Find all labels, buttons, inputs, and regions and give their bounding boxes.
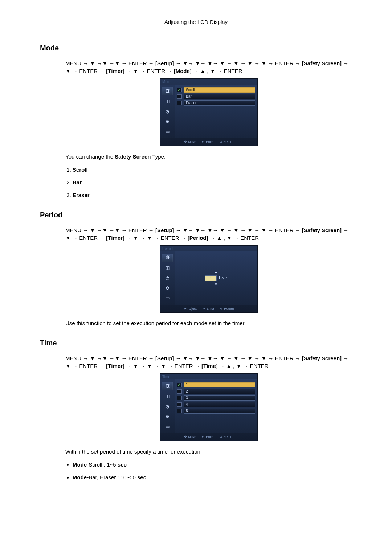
sidebar-icon-gear[interactable]: ⚙ (162, 117, 173, 126)
period-spinner[interactable]: 1 Hour (205, 275, 227, 281)
period-heading: Period (40, 210, 352, 220)
osd-body: 🖼 ◫ ◔ ⚙ ▭ Scroll Bar (160, 85, 257, 138)
mode-heading: Mode (40, 43, 352, 53)
footer-label: Move (188, 140, 196, 144)
text-bold: sec (137, 474, 146, 480)
mode-osd: Mode 🖼 ◫ ◔ ⚙ ▭ Scroll Bar (160, 78, 258, 146)
osd-sidebar: 🖼 ◫ ◔ ⚙ ▭ (160, 379, 175, 433)
move-icon: ✥ (184, 140, 187, 144)
osd-sidebar: 🖼 ◫ ◔ ⚙ ▭ (160, 251, 175, 305)
time-option-5[interactable]: 5 (177, 409, 255, 414)
nav-text: → ▼→ ▼→ ▼→ ▼ → ▼ → ▼ → ▼ → ENTER → (174, 60, 302, 66)
osd-title: Mode (160, 79, 257, 85)
arrow-up-icon[interactable]: ▲ (214, 270, 218, 274)
period-osd: Period 🖼 ◫ ◔ ⚙ ▭ ▲ 1 Hour ▼ (160, 245, 258, 313)
footer-enter: ↵Enter (202, 140, 214, 144)
osd-title: Time (160, 374, 257, 379)
list-label: Bar (73, 179, 82, 185)
option-label: Bar (184, 94, 255, 99)
time-option-1[interactable]: 1 (177, 382, 255, 387)
nav-text: → ▼ → ▼ → ENTER → (124, 235, 188, 241)
footer-move: ✥Move (184, 140, 196, 144)
sidebar-icon-display[interactable]: ▭ (162, 422, 173, 431)
nav-text: → ▼ → ENTER → (124, 68, 174, 74)
period-description: Use this function to set the execution p… (65, 319, 352, 327)
footer-return: ↺Return (220, 307, 234, 311)
sidebar-icon-picture[interactable]: 🖼 (162, 254, 173, 262)
arrow-down-icon[interactable]: ▼ (214, 283, 218, 286)
text: -Bar, Eraser : 10~50 (87, 474, 137, 480)
nav-text: MENU → ▼ →▼ →▼ → ENTER → (65, 227, 155, 233)
time-option-2[interactable]: 2 (177, 389, 255, 394)
mode-option-scroll[interactable]: Scroll (177, 87, 255, 93)
option-label: 5 (184, 409, 255, 414)
check-icon (177, 88, 182, 92)
sidebar-icon-picture[interactable]: 🖼 (162, 87, 173, 95)
sidebar-icon-picture[interactable]: 🖼 (162, 382, 173, 390)
mode-option-bar[interactable]: Bar (177, 94, 255, 99)
option-label: 3 (184, 395, 255, 401)
time-option-4[interactable]: 4 (177, 402, 255, 407)
sidebar-icon-gear[interactable]: ⚙ (162, 284, 173, 293)
enter-icon: ↵ (203, 307, 205, 311)
nav-text: → ▲ , ▼ → ENTER (208, 235, 259, 241)
osd-body: 🖼 ◫ ◔ ⚙ ▭ 1 2 (160, 379, 257, 433)
period-unit: Hour (219, 276, 227, 281)
return-icon: ↺ (220, 435, 222, 439)
check-icon (177, 101, 182, 105)
sidebar-icon-timer[interactable]: ◔ (162, 402, 173, 411)
footer-label: Enter (207, 307, 215, 311)
period-value: 1 (205, 275, 217, 281)
option-label: Eraser (184, 100, 255, 106)
footer-adjust: ✥Adjust (184, 307, 197, 311)
osd-body: 🖼 ◫ ◔ ⚙ ▭ ▲ 1 Hour ▼ (160, 251, 257, 305)
nav-text: → ▲ , ▼ → ENTER (192, 68, 242, 74)
option-label: Scroll (184, 87, 255, 93)
enter-icon: ↵ (202, 140, 205, 144)
list-label: Eraser (73, 192, 90, 198)
text: Type. (151, 153, 166, 160)
check-icon (177, 383, 182, 387)
sidebar-icon-pip[interactable]: ◫ (162, 264, 173, 272)
nav-setup: [Setup] (155, 227, 174, 233)
nav-text: MENU → ▼ →▼ →▼ → ENTER → (65, 355, 155, 361)
check-icon (177, 396, 182, 400)
mode-description: You can change the Safety Screen Type. (65, 153, 352, 160)
mode-option-eraser[interactable]: Eraser (177, 100, 255, 106)
footer-label: Adjust (188, 307, 197, 311)
footer-label: Move (188, 435, 196, 439)
list-label: Scroll (73, 167, 88, 173)
nav-timer: [Timer] (106, 363, 124, 369)
sidebar-icon-gear[interactable]: ⚙ (162, 412, 173, 421)
text-bold: Mode (73, 461, 87, 468)
osd-title: Period (160, 246, 257, 251)
nav-setup: [Setup] (155, 60, 174, 66)
time-osd: Time 🖼 ◫ ◔ ⚙ ▭ 1 2 (160, 373, 258, 441)
time-option-3[interactable]: 3 (177, 395, 255, 401)
sidebar-icon-display[interactable]: ▭ (162, 294, 173, 303)
sidebar-icon-timer[interactable]: ◔ (162, 107, 173, 116)
nav-safety: [Safety Screen] (302, 355, 342, 361)
footer-label: Enter (206, 140, 214, 144)
osd-footer: ✥Adjust ↵Enter ↺Return (160, 305, 257, 313)
mode-list: Scroll Bar Eraser (65, 166, 352, 199)
nav-timer: [Timer] (106, 68, 124, 74)
list-item: Eraser (73, 191, 352, 199)
sidebar-icon-pip[interactable]: ◫ (162, 392, 173, 401)
text: -Scroll : 1~5 (87, 461, 118, 468)
bottom-divider (40, 490, 352, 490)
check-icon (177, 389, 182, 394)
sidebar-icon-pip[interactable]: ◫ (162, 97, 173, 106)
option-label: 4 (184, 402, 255, 407)
osd-footer: ✥Move ↵Enter ↺Return (160, 433, 257, 441)
sidebar-icon-timer[interactable]: ◔ (162, 274, 173, 283)
nav-mode: [Mode] (174, 68, 192, 74)
list-item: Mode-Bar, Eraser : 10~50 sec (73, 473, 352, 481)
sidebar-icon-display[interactable]: ▭ (162, 127, 173, 136)
adjust-icon: ✥ (184, 307, 187, 311)
osd-sidebar: 🖼 ◫ ◔ ⚙ ▭ (160, 85, 175, 138)
nav-text: → ▼→ ▼→ ▼→ ▼ → ▼ → ▼ → ▼ → ENTER → (174, 355, 302, 361)
nav-safety: [Safety Screen] (302, 227, 342, 233)
osd-main: ▲ 1 Hour ▼ (175, 251, 257, 305)
period-nav-path: MENU → ▼ →▼ →▼ → ENTER → [Setup] → ▼→ ▼→… (65, 226, 352, 242)
